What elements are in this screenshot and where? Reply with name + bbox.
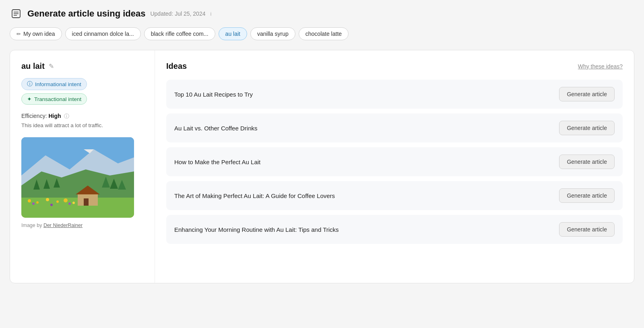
- svg-point-18: [46, 198, 49, 201]
- idea-text: How to Make the Perfect Au Lait: [174, 159, 553, 165]
- idea-rows: Top 10 Au Lait Recipes to Try Generate a…: [166, 80, 623, 244]
- page-icon: [10, 7, 23, 20]
- edit-icon[interactable]: ✎: [49, 62, 54, 70]
- transactional-intent-badge[interactable]: ✦ Transactional intent: [21, 93, 87, 105]
- svg-point-24: [50, 204, 53, 206]
- idea-row: Enhancing Your Morning Routine with Au L…: [166, 215, 623, 244]
- informational-intent-badge[interactable]: ⓘ Informational intent: [21, 78, 87, 90]
- ideas-header: Ideas Why these ideas?: [166, 62, 623, 71]
- idea-row: Top 10 Au Lait Recipes to Try Generate a…: [166, 80, 623, 109]
- idea-row: How to Make the Perfect Au Lait Generate…: [166, 147, 623, 176]
- idea-row: The Art of Making Perfect Au Lait: A Gui…: [166, 181, 623, 210]
- main-card: au lait ✎ ⓘ Informational intent ✦ Trans…: [10, 50, 634, 283]
- tab-iced-cinnamon[interactable]: iced cinnamon dolce la...: [65, 27, 141, 40]
- header-info-icon[interactable]: i: [210, 11, 211, 17]
- idea-row: Au Lait vs. Other Coffee Drinks Generate…: [166, 113, 623, 142]
- transactional-label: Transactional intent: [34, 96, 81, 102]
- tab-label-vanilla-syrup: vanilla syrup: [257, 31, 289, 37]
- header-updated: Updated: Jul 25, 2024: [150, 10, 205, 17]
- page-header: Generate article using ideas Updated: Ju…: [10, 7, 634, 20]
- page-title: Generate article using ideas: [27, 8, 145, 19]
- svg-point-20: [64, 198, 68, 202]
- transactional-icon: ✦: [27, 96, 32, 102]
- informational-icon: ⓘ: [27, 80, 33, 88]
- tab-black-rifle[interactable]: black rifle coffee com...: [144, 27, 215, 40]
- ideas-title: Ideas: [166, 62, 187, 71]
- svg-point-21: [72, 202, 75, 204]
- generate-article-button-3[interactable]: Generate article: [559, 155, 615, 169]
- why-these-ideas-link[interactable]: Why these ideas?: [578, 63, 623, 70]
- svg-rect-28: [84, 198, 89, 206]
- tab-label-chocolate-latte: chocolate latte: [305, 31, 342, 37]
- tab-chocolate-latte[interactable]: chocolate latte: [299, 27, 349, 40]
- idea-text: Au Lait vs. Other Coffee Drinks: [174, 125, 553, 132]
- tab-label-au-lait: au lait: [225, 31, 240, 37]
- tab-my-own-idea[interactable]: ✏ My own idea: [10, 27, 62, 40]
- keyword-image: [21, 137, 134, 218]
- informational-label: Informational intent: [35, 81, 81, 87]
- keyword-title: au lait: [21, 62, 45, 71]
- svg-point-17: [36, 201, 39, 204]
- idea-text: Top 10 Au Lait Recipes to Try: [174, 91, 553, 98]
- image-credit-prefix: Image by: [21, 223, 43, 228]
- idea-text: The Art of Making Perfect Au Lait: A Gui…: [174, 192, 553, 199]
- efficiency-row: Efficiency: High ⓘ: [21, 113, 143, 120]
- generate-article-button-5[interactable]: Generate article: [559, 222, 615, 237]
- generate-article-button-4[interactable]: Generate article: [559, 188, 615, 203]
- svg-point-19: [56, 200, 59, 203]
- tab-vanilla-syrup[interactable]: vanilla syrup: [250, 27, 295, 40]
- generate-article-button-1[interactable]: Generate article: [559, 87, 615, 101]
- idea-text: Enhancing Your Morning Routine with Au L…: [174, 226, 553, 233]
- right-panel: Ideas Why these ideas? Top 10 Au Lait Re…: [155, 50, 634, 283]
- svg-point-23: [32, 202, 35, 205]
- image-credit: Image by Der NiederRainer: [21, 223, 143, 228]
- keyword-title-row: au lait ✎: [21, 62, 143, 71]
- left-panel: au lait ✎ ⓘ Informational intent ✦ Trans…: [10, 50, 155, 283]
- tab-au-lait[interactable]: au lait: [219, 27, 247, 40]
- efficiency-label: Efficiency:: [21, 113, 47, 119]
- svg-point-25: [68, 202, 71, 205]
- efficiency-info-icon[interactable]: ⓘ: [64, 113, 69, 119]
- image-credit-link[interactable]: Der NiederRainer: [43, 223, 83, 228]
- svg-point-16: [28, 199, 31, 202]
- tab-label-iced-cinnamon: iced cinnamon dolce la...: [72, 31, 134, 37]
- efficiency-desc: This idea will attract a lot of traffic.: [21, 122, 143, 128]
- tab-label-black-rifle: black rifle coffee com...: [151, 31, 208, 37]
- efficiency-value: High: [48, 113, 61, 119]
- tabs-row: ✏ My own idea iced cinnamon dolce la... …: [10, 27, 634, 40]
- intent-badges: ⓘ Informational intent ✦ Transactional i…: [21, 78, 143, 105]
- tab-label-my-own-idea: My own idea: [23, 31, 55, 37]
- pen-icon: ✏: [17, 31, 21, 37]
- generate-article-button-2[interactable]: Generate article: [559, 121, 615, 135]
